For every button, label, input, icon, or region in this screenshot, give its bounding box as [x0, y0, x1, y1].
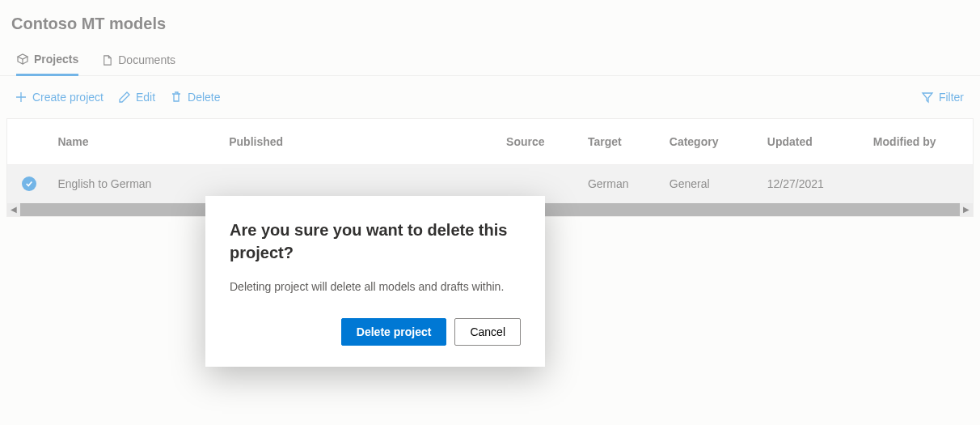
dialog-body: Deleting project will delete all models … — [230, 278, 521, 295]
dialog-actions: Delete project Cancel — [230, 318, 521, 346]
cancel-button[interactable]: Cancel — [454, 318, 521, 346]
delete-confirm-dialog: Are you sure you want to delete this pro… — [205, 196, 545, 367]
dialog-title: Are you sure you want to delete this pro… — [230, 219, 521, 264]
delete-project-confirm-button[interactable]: Delete project — [341, 318, 447, 346]
